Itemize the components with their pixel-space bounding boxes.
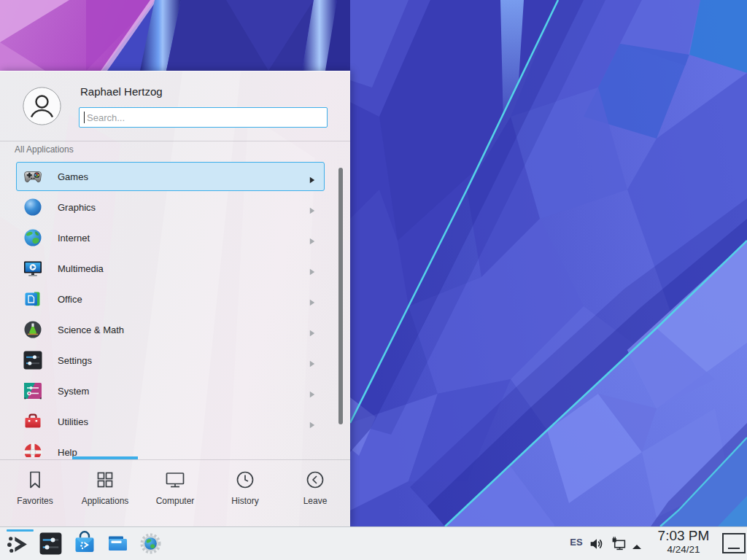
history-icon bbox=[235, 470, 255, 490]
menu-item-label: Multimedia bbox=[58, 263, 104, 274]
menu-item-settings[interactable]: Settings bbox=[16, 346, 325, 375]
application-launcher-popup: Raphael Hertzog All Applications bbox=[0, 71, 350, 526]
menu-item-office[interactable]: Office bbox=[16, 284, 325, 314]
text-cursor bbox=[84, 112, 85, 123]
menu-item-label: Science & Math bbox=[58, 324, 124, 335]
menu-item-utilities[interactable]: Utilities bbox=[16, 407, 325, 436]
leave-icon bbox=[305, 470, 325, 490]
menu-item-label: Utilities bbox=[58, 416, 88, 427]
submenu-arrow-icon bbox=[309, 265, 315, 273]
help-icon bbox=[23, 443, 42, 457]
tab-computer[interactable]: Computer bbox=[140, 460, 210, 526]
games-icon bbox=[23, 167, 42, 186]
submenu-arrow-icon bbox=[309, 419, 315, 426]
submenu-arrow-icon bbox=[309, 357, 315, 365]
search-input[interactable] bbox=[79, 107, 328, 128]
network-icon[interactable] bbox=[611, 536, 627, 551]
tab-favorites[interactable]: Favorites bbox=[0, 460, 70, 526]
clock-time: 7:03 PM bbox=[648, 529, 719, 544]
settings-icon bbox=[23, 351, 42, 370]
menu-item-multimedia[interactable]: Multimedia bbox=[16, 254, 325, 283]
science-icon bbox=[23, 320, 42, 339]
user-avatar[interactable] bbox=[23, 87, 61, 125]
menu-item-label: Internet bbox=[58, 233, 90, 244]
konqueror-launcher[interactable] bbox=[139, 532, 162, 555]
clock-date: 4/24/21 bbox=[648, 545, 719, 556]
application-category-list: Games Graphics bbox=[0, 162, 350, 457]
show-desktop-button[interactable] bbox=[722, 533, 746, 553]
menu-item-label: Graphics bbox=[58, 202, 96, 213]
tab-label: Leave bbox=[303, 496, 328, 506]
menu-item-label: System bbox=[58, 386, 89, 397]
tab-leave[interactable]: Leave bbox=[280, 460, 350, 526]
user-name: Raphael Hertzog bbox=[80, 85, 163, 98]
submenu-arrow-icon bbox=[309, 235, 315, 242]
expand-tray-caret-icon[interactable] bbox=[632, 540, 642, 545]
graphics-icon bbox=[23, 198, 42, 217]
dolphin-file-manager-launcher[interactable] bbox=[107, 532, 129, 555]
submenu-arrow-icon bbox=[309, 327, 315, 334]
list-scrollbar[interactable] bbox=[338, 168, 343, 424]
computer-icon bbox=[165, 470, 185, 490]
section-label: All Applications bbox=[15, 144, 74, 155]
office-icon bbox=[23, 289, 42, 308]
menu-item-label: Office bbox=[58, 294, 82, 305]
submenu-arrow-icon bbox=[309, 388, 315, 395]
menu-item-label: Games bbox=[58, 171, 88, 182]
menu-item-label: Help bbox=[58, 447, 77, 458]
show-desktop-glyph bbox=[728, 548, 740, 549]
search-field-wrap bbox=[79, 107, 328, 128]
system-icon bbox=[23, 381, 42, 400]
launcher-header: Raphael Hertzog bbox=[0, 71, 350, 141]
menu-item-help[interactable]: Help bbox=[16, 438, 325, 457]
tab-label: History bbox=[231, 496, 258, 506]
tab-label: Favorites bbox=[17, 496, 53, 506]
submenu-arrow-icon bbox=[309, 204, 315, 211]
digital-clock[interactable]: 7:03 PM 4/24/21 bbox=[648, 529, 719, 556]
launcher-tabbar: Favorites Applications C bbox=[0, 460, 350, 526]
applications-icon bbox=[95, 470, 115, 490]
keyboard-layout-indicator[interactable]: ES bbox=[568, 537, 585, 548]
tab-applications[interactable]: Applications bbox=[70, 460, 140, 526]
menu-item-games[interactable]: Games bbox=[16, 162, 325, 191]
menu-item-system[interactable]: System bbox=[16, 376, 325, 405]
system-settings-launcher[interactable] bbox=[39, 532, 62, 555]
multimedia-icon bbox=[23, 259, 42, 278]
menu-item-science-math[interactable]: Science & Math bbox=[16, 315, 325, 344]
submenu-arrow-icon bbox=[309, 296, 315, 303]
internet-icon bbox=[23, 228, 42, 247]
menu-item-internet[interactable]: Internet bbox=[16, 223, 325, 252]
volume-icon[interactable] bbox=[589, 537, 604, 551]
desktop: Raphael Hertzog All Applications bbox=[0, 0, 747, 560]
tab-label: Computer bbox=[156, 496, 195, 506]
favorites-icon bbox=[25, 470, 45, 490]
header-separator bbox=[0, 141, 350, 141]
tab-label: Applications bbox=[82, 496, 129, 506]
tab-history[interactable]: History bbox=[210, 460, 280, 526]
submenu-arrow-icon bbox=[309, 174, 315, 181]
menu-item-label: Settings bbox=[58, 355, 92, 366]
launcher-active-indicator bbox=[7, 529, 34, 532]
kickoff-launcher-button[interactable] bbox=[6, 532, 30, 556]
bottom-panel: ES 7:03 PM 4/24/21 bbox=[0, 526, 747, 560]
discover-launcher[interactable] bbox=[73, 531, 96, 556]
menu-item-graphics[interactable]: Graphics bbox=[16, 192, 325, 222]
utilities-icon bbox=[23, 412, 42, 431]
